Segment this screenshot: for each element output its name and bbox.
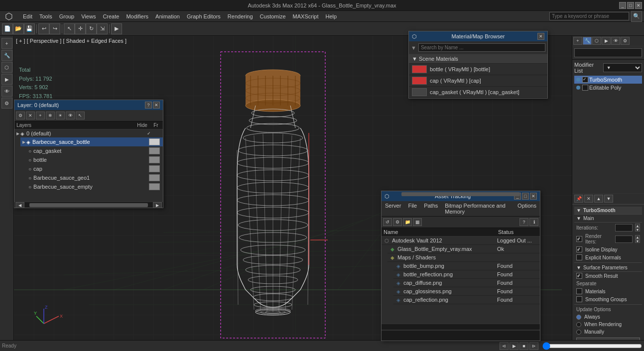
layer-color-bottle[interactable] [149, 156, 160, 163]
material-row-bottle[interactable]: bottle ( VRayMtl ) [bottle] [409, 64, 547, 75]
asset-row-bump[interactable]: ◈ bottle_bump.png Found [393, 262, 540, 270]
asset-help-btn[interactable]: ? [519, 218, 528, 226]
asset-info-btn[interactable]: ℹ [529, 218, 538, 226]
search-input[interactable] [549, 12, 629, 20]
layer-color-geo1[interactable] [149, 174, 160, 181]
move-down-modifier-btn[interactable]: ▼ [604, 195, 613, 203]
maximize-btn[interactable]: □ [627, 2, 634, 9]
asset-row-reflection[interactable]: ◈ bottle_reflection.png Found [393, 270, 540, 279]
material-row-cap[interactable]: cap ( VRayMtl ) [cap] [409, 75, 547, 87]
turbosmooth-title[interactable]: ▼ TurboSmooth [574, 207, 642, 215]
asset-path-input[interactable] [382, 330, 540, 341]
hierarchy-tool[interactable]: ⬡ [1, 62, 12, 73]
scroll-right[interactable]: ▶ [153, 202, 162, 208]
main-section[interactable]: ▼ Main [574, 215, 642, 223]
layer-delete-btn[interactable]: ✕ [26, 112, 35, 119]
menu-customize[interactable]: Customize [257, 12, 289, 20]
redo-btn[interactable]: ↪ [49, 23, 60, 34]
always-radio[interactable] [576, 315, 581, 320]
move-btn[interactable]: ✛ [75, 23, 86, 34]
undo-btn[interactable]: ↩ [38, 23, 49, 34]
layer-settings-btn[interactable]: ⚙ [16, 112, 25, 119]
open-btn[interactable]: 📂 [13, 23, 24, 34]
display-icon-btn[interactable]: 👁 [611, 37, 620, 45]
motion-icon-btn[interactable]: ▶ [602, 37, 611, 45]
asset-scrollbar-h[interactable] [382, 324, 540, 330]
layer-scrollbar[interactable]: ◀ ▶ [14, 202, 163, 208]
layer-row-empty[interactable]: ○ Barbecue_sauce_empty [26, 182, 163, 191]
display-tool[interactable]: 👁 [1, 86, 12, 97]
modifier-enable-check-2[interactable] [582, 85, 588, 91]
utilities-icon-btn[interactable]: ⚙ [621, 37, 630, 45]
menu-tools[interactable]: Tools [36, 12, 55, 20]
menu-maxscript[interactable]: MAXScript [290, 12, 322, 20]
asset-menu-bitmap[interactable]: Bitmap Performance and Memory [443, 202, 512, 215]
material-row-cap-gasket[interactable]: cap_gasket ( VRayMtl ) [cap_gasket] [409, 87, 547, 98]
asset-grid-btn[interactable]: ▦ [413, 218, 422, 226]
asset-menu-file[interactable]: File [406, 202, 418, 215]
stop-btn[interactable]: ■ [519, 342, 528, 350]
layer-color-bbq[interactable] [149, 138, 160, 145]
play-btn[interactable]: ▶ [510, 342, 518, 350]
editablepoly-modifier[interactable]: Editable Poly [574, 84, 642, 92]
menu-create[interactable]: Create [100, 12, 122, 20]
layer-add-btn[interactable]: + [36, 112, 45, 119]
create-tool[interactable]: + [1, 38, 12, 49]
render-iters-check[interactable]: ✓ [576, 236, 582, 242]
surface-section[interactable]: ▼ Surface Parameters [574, 264, 642, 272]
layer-color-cap[interactable] [149, 165, 160, 172]
close-btn[interactable]: ✕ [635, 2, 642, 9]
menu-help[interactable]: Help [323, 12, 340, 20]
menu-edit[interactable]: Edit [20, 12, 35, 20]
render-iters-input[interactable]: 2 [615, 235, 633, 243]
hierarchy-icon-btn[interactable]: ⬡ [592, 37, 601, 45]
when-rendering-radio[interactable] [576, 322, 581, 327]
save-btn[interactable]: 💾 [24, 23, 35, 34]
layer-color-cap-gasket[interactable] [149, 147, 160, 154]
modifier-enable-check[interactable] [582, 77, 588, 83]
scale-btn[interactable]: ⇲ [97, 23, 108, 34]
layer-row-bottle[interactable]: ○ bottle [26, 155, 163, 164]
smooth-result-check[interactable]: ✓ [576, 273, 582, 279]
iterations-input[interactable]: 0 [615, 224, 633, 232]
material-panel-close[interactable]: ✕ [537, 33, 544, 40]
modifier-dropdown[interactable]: ▼ [603, 63, 642, 72]
asset-panel-maximize[interactable]: □ [522, 193, 529, 200]
menu-animation[interactable]: Animation [152, 12, 183, 20]
asset-settings-btn[interactable]: ⚙ [393, 218, 402, 226]
layer-row-cap[interactable]: ○ cap [26, 164, 163, 173]
rotate-btn[interactable]: ↻ [86, 23, 97, 34]
asset-menu-paths[interactable]: Paths [422, 202, 439, 215]
materials-check[interactable] [576, 288, 582, 294]
pin-modifier-btn[interactable]: 📌 [574, 195, 583, 203]
smoothing-groups-check[interactable] [576, 296, 582, 302]
menu-views[interactable]: Views [78, 12, 99, 20]
layer-hide-btn[interactable]: 👁 [66, 112, 75, 119]
utilities-tool[interactable]: ⚙ [1, 98, 12, 109]
delete-modifier-btn[interactable]: ✕ [584, 195, 593, 203]
layer-color-empty[interactable] [149, 183, 160, 190]
asset-folder-btn[interactable]: 📁 [403, 218, 412, 226]
next-btn[interactable]: ⊳ [529, 342, 538, 350]
asset-menu-options[interactable]: Options [516, 202, 538, 215]
motion-tool[interactable]: ▶ [1, 74, 12, 85]
layer-panel-help[interactable]: ? [145, 102, 152, 109]
create-icon-btn[interactable]: + [573, 37, 582, 45]
modify-tool[interactable]: 🔧 [1, 50, 12, 61]
search-btn[interactable]: 🔍 [631, 11, 642, 22]
layer-select-btn[interactable]: ↖ [76, 112, 85, 119]
move-up-modifier-btn[interactable]: ▲ [594, 195, 603, 203]
menu-rendering[interactable]: Rendering [225, 12, 256, 20]
asset-row-maps[interactable]: ◆ Maps / Shaders [387, 253, 540, 262]
render-btn[interactable]: ▶ [111, 23, 122, 34]
explicit-normals-check[interactable] [576, 254, 582, 260]
timeline-slider[interactable] [542, 342, 642, 350]
render-iters-down[interactable]: ▼ [635, 239, 640, 243]
material-section-header[interactable]: ▼ Scene Materials [409, 54, 547, 64]
layer-row-cap-gasket[interactable]: ○ cap_gasket [26, 146, 163, 155]
menu-modifiers[interactable]: Modifiers [123, 12, 151, 20]
asset-row-max-file[interactable]: ◆ Glass_Bottle_Empty_vray.max Ok [387, 245, 540, 253]
timeline-btn[interactable]: ⊲ [500, 342, 509, 350]
layer-panel-close[interactable]: ✕ [153, 102, 160, 109]
layer-row-geo1[interactable]: ○ Barbecue_sauce_geo1 [26, 173, 163, 182]
